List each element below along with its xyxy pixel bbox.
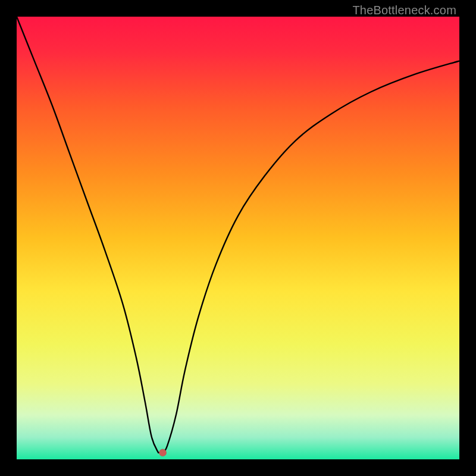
optimum-marker (159, 449, 167, 456)
watermark-text: TheBottleneck.com (352, 4, 456, 17)
chart-svg (17, 17, 459, 459)
plot-frame (17, 17, 459, 459)
